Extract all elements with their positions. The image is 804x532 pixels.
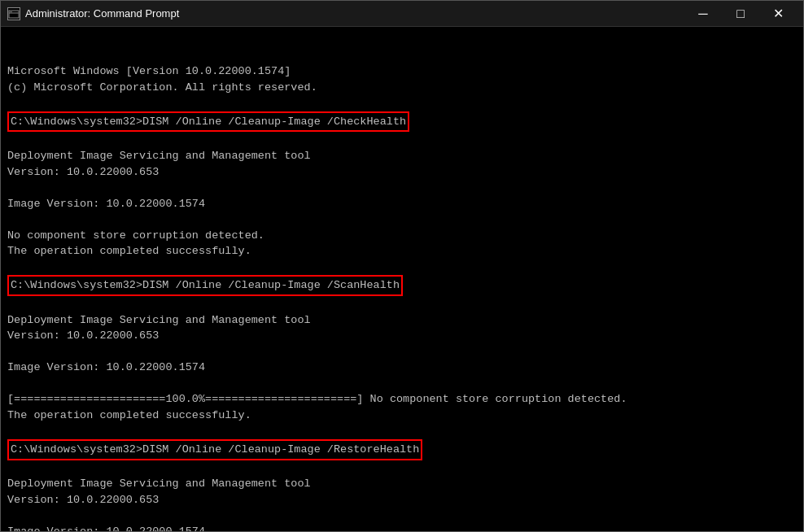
minimize-button[interactable]: ─ <box>684 1 722 27</box>
console-line: Image Version: 10.0.22000.1574 <box>7 196 797 212</box>
console-line: C:\Windows\system32>DISM /Online /Cleanu… <box>7 439 797 460</box>
title-bar: Administrator: Command Prompt ─ □ ✕ <box>1 1 803 27</box>
window-title: Administrator: Command Prompt <box>25 7 684 20</box>
window-icon <box>7 7 20 20</box>
console-line: Version: 10.0.22000.653 <box>7 492 797 508</box>
svg-rect-2 <box>10 11 12 13</box>
console-line <box>7 460 797 477</box>
console-line: C:\Windows\system32>DISM /Online /Cleanu… <box>7 111 797 133</box>
console-line <box>7 95 797 111</box>
console-line <box>7 344 797 360</box>
console-line: Version: 10.0.22000.653 <box>7 164 797 181</box>
window-controls: ─ □ ✕ <box>684 1 797 27</box>
console-line <box>7 508 797 524</box>
console-line: Image Version: 10.0.22000.1574 <box>7 360 797 376</box>
console-line: No component store corruption detected. <box>7 228 797 244</box>
console-output[interactable]: Microsoft Windows [Version 10.0.22000.15… <box>1 27 803 531</box>
console-line: (c) Microsoft Corporation. All rights re… <box>7 80 797 96</box>
console-line <box>7 132 797 148</box>
console-line <box>7 376 797 392</box>
maximize-button[interactable]: □ <box>722 1 759 27</box>
console-line <box>7 180 797 196</box>
console-line: C:\Windows\system32>DISM /Online /Cleanu… <box>7 275 797 296</box>
console-line: Image Version: 10.0.22000.1574 <box>7 524 797 531</box>
console-line: Microsoft Windows [Version 10.0.22000.15… <box>7 63 797 80</box>
console-line <box>7 424 797 440</box>
command-highlighted: C:\Windows\system32>DISM /Online /Cleanu… <box>7 439 422 460</box>
close-button[interactable]: ✕ <box>759 1 797 27</box>
cmd-window: Administrator: Command Prompt ─ □ ✕ Micr… <box>0 0 804 532</box>
console-line: Deployment Image Servicing and Managemen… <box>7 312 797 329</box>
console-line: [=======================100.0%==========… <box>7 391 797 408</box>
console-line: Deployment Image Servicing and Managemen… <box>7 148 797 164</box>
console-line: Version: 10.0.22000.653 <box>7 328 797 344</box>
console-line: The operation completed successfully. <box>7 408 797 424</box>
console-line <box>7 296 797 312</box>
console-line <box>7 211 797 228</box>
console-line: Deployment Image Servicing and Managemen… <box>7 476 797 492</box>
command-highlighted: C:\Windows\system32>DISM /Online /Cleanu… <box>7 275 403 296</box>
console-line <box>7 259 797 276</box>
console-line: The operation completed successfully. <box>7 243 797 259</box>
command-highlighted: C:\Windows\system32>DISM /Online /Cleanu… <box>7 111 409 133</box>
